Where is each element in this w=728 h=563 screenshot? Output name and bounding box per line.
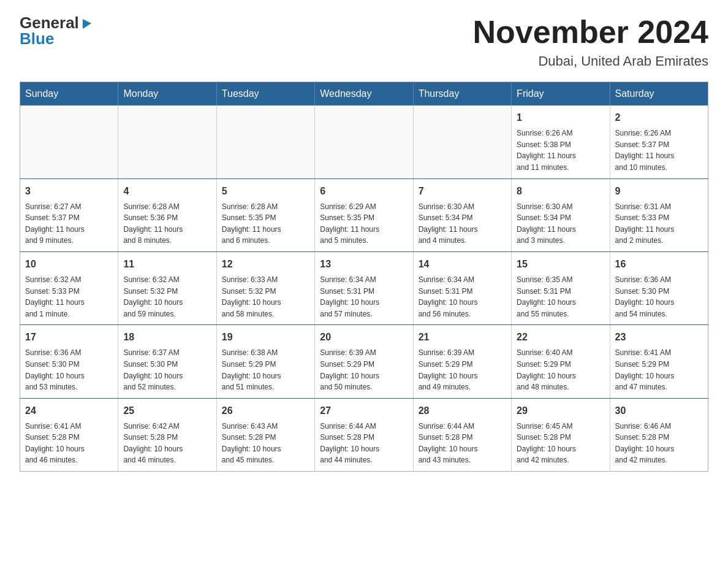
day-info: Sunrise: 6:41 AM Sunset: 5:28 PM Dayligh…	[25, 421, 113, 466]
calendar-cell: 9Sunrise: 6:31 AM Sunset: 5:33 PM Daylig…	[610, 178, 708, 251]
calendar-cell	[413, 105, 511, 178]
calendar-cell	[118, 105, 216, 178]
calendar-cell	[315, 105, 413, 178]
day-info: Sunrise: 6:34 AM Sunset: 5:31 PM Dayligh…	[320, 274, 408, 320]
day-number: 14	[419, 257, 506, 272]
calendar-cell: 19Sunrise: 6:38 AM Sunset: 5:29 PM Dayli…	[216, 325, 314, 398]
calendar-cell: 4Sunrise: 6:28 AM Sunset: 5:36 PM Daylig…	[118, 178, 216, 251]
calendar-cell: 29Sunrise: 6:45 AM Sunset: 5:28 PM Dayli…	[512, 398, 610, 471]
logo-blue-text: Blue	[20, 31, 54, 47]
day-info: Sunrise: 6:33 AM Sunset: 5:32 PM Dayligh…	[222, 274, 309, 320]
calendar-cell: 30Sunrise: 6:46 AM Sunset: 5:28 PM Dayli…	[610, 398, 708, 471]
day-info: Sunrise: 6:34 AM Sunset: 5:31 PM Dayligh…	[419, 274, 506, 320]
day-info: Sunrise: 6:32 AM Sunset: 5:32 PM Dayligh…	[123, 274, 211, 320]
calendar-cell: 2Sunrise: 6:26 AM Sunset: 5:37 PM Daylig…	[610, 105, 708, 178]
day-number: 4	[123, 184, 211, 199]
svg-marker-0	[83, 19, 91, 29]
logo: General Blue	[20, 15, 94, 47]
calendar-cell: 7Sunrise: 6:30 AM Sunset: 5:34 PM Daylig…	[413, 178, 511, 251]
day-info: Sunrise: 6:45 AM Sunset: 5:28 PM Dayligh…	[517, 421, 604, 466]
day-number: 30	[615, 404, 703, 418]
day-info: Sunrise: 6:29 AM Sunset: 5:35 PM Dayligh…	[320, 201, 408, 247]
calendar-week-5: 24Sunrise: 6:41 AM Sunset: 5:28 PM Dayli…	[20, 398, 708, 471]
day-number: 26	[222, 404, 309, 418]
day-info: Sunrise: 6:36 AM Sunset: 5:30 PM Dayligh…	[25, 347, 113, 393]
day-info: Sunrise: 6:41 AM Sunset: 5:29 PM Dayligh…	[615, 347, 703, 393]
calendar-cell: 23Sunrise: 6:41 AM Sunset: 5:29 PM Dayli…	[610, 325, 708, 398]
calendar-cell: 15Sunrise: 6:35 AM Sunset: 5:31 PM Dayli…	[512, 251, 610, 324]
title-section: November 2024 Dubai, United Arab Emirate…	[473, 15, 708, 69]
day-info: Sunrise: 6:30 AM Sunset: 5:34 PM Dayligh…	[419, 201, 506, 247]
day-info: Sunrise: 6:37 AM Sunset: 5:30 PM Dayligh…	[123, 347, 211, 393]
weekday-header-thursday: Thursday	[413, 82, 511, 106]
day-number: 20	[320, 330, 408, 345]
day-info: Sunrise: 6:40 AM Sunset: 5:29 PM Dayligh…	[517, 347, 604, 393]
day-number: 5	[222, 184, 309, 199]
weekday-header-monday: Monday	[118, 82, 216, 106]
day-info: Sunrise: 6:44 AM Sunset: 5:28 PM Dayligh…	[419, 421, 506, 466]
day-number: 10	[25, 257, 113, 272]
day-number: 23	[615, 330, 703, 345]
day-number: 18	[123, 330, 211, 345]
calendar-cell: 27Sunrise: 6:44 AM Sunset: 5:28 PM Dayli…	[315, 398, 413, 471]
day-info: Sunrise: 6:38 AM Sunset: 5:29 PM Dayligh…	[222, 347, 309, 393]
day-info: Sunrise: 6:39 AM Sunset: 5:29 PM Dayligh…	[320, 347, 408, 393]
day-number: 16	[615, 257, 703, 272]
calendar-week-1: 1Sunrise: 6:26 AM Sunset: 5:38 PM Daylig…	[20, 105, 708, 178]
day-number: 28	[419, 404, 506, 418]
day-number: 19	[222, 330, 309, 345]
calendar-cell	[216, 105, 314, 178]
calendar-cell: 8Sunrise: 6:30 AM Sunset: 5:34 PM Daylig…	[512, 178, 610, 251]
calendar-cell: 14Sunrise: 6:34 AM Sunset: 5:31 PM Dayli…	[413, 251, 511, 324]
calendar-cell: 26Sunrise: 6:43 AM Sunset: 5:28 PM Dayli…	[216, 398, 314, 471]
day-info: Sunrise: 6:28 AM Sunset: 5:35 PM Dayligh…	[222, 201, 309, 247]
day-info: Sunrise: 6:28 AM Sunset: 5:36 PM Dayligh…	[123, 201, 211, 247]
calendar-cell	[20, 105, 118, 178]
day-info: Sunrise: 6:36 AM Sunset: 5:30 PM Dayligh…	[615, 274, 703, 320]
calendar-cell: 25Sunrise: 6:42 AM Sunset: 5:28 PM Dayli…	[118, 398, 216, 471]
day-number: 7	[419, 184, 506, 199]
calendar-cell: 1Sunrise: 6:26 AM Sunset: 5:38 PM Daylig…	[512, 105, 610, 178]
calendar-cell: 18Sunrise: 6:37 AM Sunset: 5:30 PM Dayli…	[118, 325, 216, 398]
day-info: Sunrise: 6:42 AM Sunset: 5:28 PM Dayligh…	[123, 421, 211, 466]
day-info: Sunrise: 6:46 AM Sunset: 5:28 PM Dayligh…	[615, 421, 703, 466]
calendar-cell: 3Sunrise: 6:27 AM Sunset: 5:37 PM Daylig…	[20, 178, 118, 251]
day-number: 24	[25, 404, 113, 418]
location-title: Dubai, United Arab Emirates	[473, 53, 708, 69]
day-info: Sunrise: 6:26 AM Sunset: 5:38 PM Dayligh…	[517, 128, 604, 173]
calendar-cell: 24Sunrise: 6:41 AM Sunset: 5:28 PM Dayli…	[20, 398, 118, 471]
logo-general-text: General	[20, 15, 79, 31]
day-number: 17	[25, 330, 113, 345]
calendar-cell: 21Sunrise: 6:39 AM Sunset: 5:29 PM Dayli…	[413, 325, 511, 398]
calendar-cell: 16Sunrise: 6:36 AM Sunset: 5:30 PM Dayli…	[610, 251, 708, 324]
day-info: Sunrise: 6:44 AM Sunset: 5:28 PM Dayligh…	[320, 421, 408, 466]
day-info: Sunrise: 6:39 AM Sunset: 5:29 PM Dayligh…	[419, 347, 506, 393]
page-header: General Blue November 2024 Dubai, United…	[20, 15, 708, 69]
weekday-header-saturday: Saturday	[610, 82, 708, 106]
day-info: Sunrise: 6:27 AM Sunset: 5:37 PM Dayligh…	[25, 201, 113, 247]
calendar-cell: 13Sunrise: 6:34 AM Sunset: 5:31 PM Dayli…	[315, 251, 413, 324]
day-number: 11	[123, 257, 211, 272]
calendar-cell: 22Sunrise: 6:40 AM Sunset: 5:29 PM Dayli…	[512, 325, 610, 398]
calendar-week-4: 17Sunrise: 6:36 AM Sunset: 5:30 PM Dayli…	[20, 325, 708, 398]
calendar-table: SundayMondayTuesdayWednesdayThursdayFrid…	[20, 82, 708, 472]
calendar-cell: 6Sunrise: 6:29 AM Sunset: 5:35 PM Daylig…	[315, 178, 413, 251]
calendar-cell: 17Sunrise: 6:36 AM Sunset: 5:30 PM Dayli…	[20, 325, 118, 398]
day-number: 8	[517, 184, 604, 199]
weekday-header-wednesday: Wednesday	[315, 82, 413, 106]
calendar-cell: 11Sunrise: 6:32 AM Sunset: 5:32 PM Dayli…	[118, 251, 216, 324]
day-number: 1	[517, 110, 604, 125]
calendar-week-2: 3Sunrise: 6:27 AM Sunset: 5:37 PM Daylig…	[20, 178, 708, 251]
day-number: 21	[419, 330, 506, 345]
weekday-header-friday: Friday	[512, 82, 610, 106]
day-info: Sunrise: 6:43 AM Sunset: 5:28 PM Dayligh…	[222, 421, 309, 466]
day-number: 25	[123, 404, 211, 418]
day-info: Sunrise: 6:35 AM Sunset: 5:31 PM Dayligh…	[517, 274, 604, 320]
calendar-cell: 12Sunrise: 6:33 AM Sunset: 5:32 PM Dayli…	[216, 251, 314, 324]
day-number: 15	[517, 257, 604, 272]
day-info: Sunrise: 6:30 AM Sunset: 5:34 PM Dayligh…	[517, 201, 604, 247]
calendar-cell: 5Sunrise: 6:28 AM Sunset: 5:35 PM Daylig…	[216, 178, 314, 251]
month-title: November 2024	[473, 15, 708, 50]
day-number: 29	[517, 404, 604, 418]
day-info: Sunrise: 6:32 AM Sunset: 5:33 PM Dayligh…	[25, 274, 113, 320]
